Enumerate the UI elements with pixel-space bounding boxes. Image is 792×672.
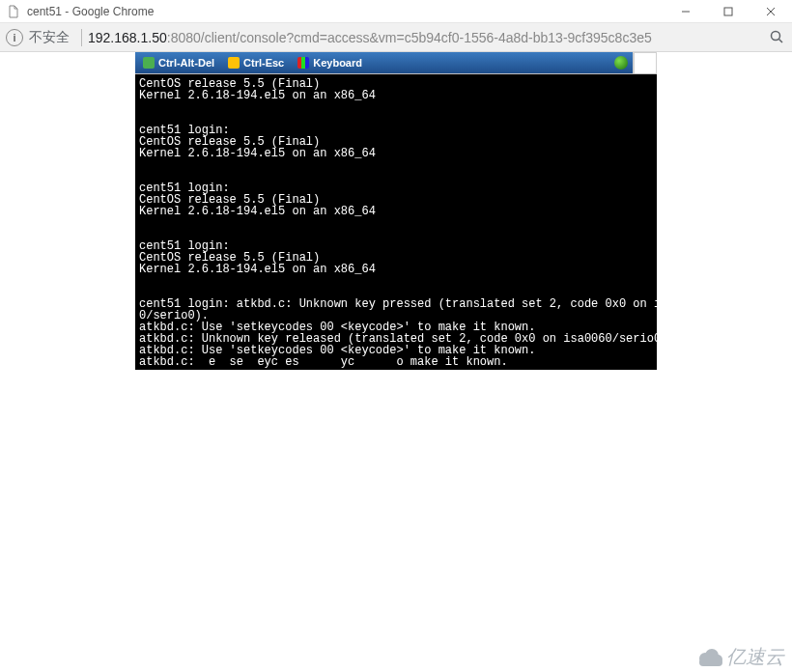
window-title-bar: cent51 - Google Chrome — [0, 0, 792, 23]
window-title: cent51 - Google Chrome — [27, 5, 154, 18]
close-button[interactable] — [750, 0, 792, 23]
cloud-icon — [699, 649, 722, 666]
console-toolbar: Ctrl-Alt-Del Ctrl-Esc Keyboard — [135, 52, 634, 73]
page-icon — [6, 4, 21, 19]
ctrl-esc-label: Ctrl-Esc — [243, 57, 284, 69]
svg-rect-1 — [724, 8, 732, 15]
ctrl-esc-button[interactable]: Ctrl-Esc — [228, 57, 284, 69]
watermark: 亿速云 — [699, 644, 784, 670]
divider — [81, 29, 82, 46]
svg-point-4 — [772, 31, 780, 40]
page-content: Ctrl-Alt-Del Ctrl-Esc Keyboard CentOS re… — [0, 52, 792, 672]
minimize-button[interactable] — [665, 0, 707, 23]
watermark-text: 亿速云 — [726, 644, 784, 670]
ctrl-alt-del-label: Ctrl-Alt-Del — [158, 57, 214, 69]
svg-line-5 — [779, 39, 783, 42]
url-host: 192.168.1.50 — [88, 30, 167, 45]
maximize-button[interactable] — [707, 0, 750, 23]
ctrl-alt-del-button[interactable]: Ctrl-Alt-Del — [143, 57, 214, 69]
address-bar: i 不安全 192.168.1.50:8080/client/console?c… — [0, 23, 792, 52]
status-indicator-icon — [614, 56, 628, 70]
search-icon[interactable] — [769, 29, 786, 46]
monitor-icon — [143, 57, 155, 69]
terminal-output[interactable]: CentOS release 5.5 (Final) Kernel 2.6.18… — [135, 74, 657, 370]
insecure-label[interactable]: 不安全 — [29, 29, 70, 46]
keyboard-label: Keyboard — [313, 57, 362, 69]
url-rest: :8080/client/console?cmd=access&vm=c5b94… — [167, 30, 652, 45]
key-icon — [228, 57, 240, 69]
console-window: Ctrl-Alt-Del Ctrl-Esc Keyboard CentOS re… — [135, 52, 657, 370]
url-field[interactable]: 192.168.1.50:8080/client/console?cmd=acc… — [88, 30, 763, 45]
keyboard-icon — [297, 57, 309, 69]
keyboard-button[interactable]: Keyboard — [297, 57, 362, 69]
info-icon[interactable]: i — [6, 29, 23, 46]
